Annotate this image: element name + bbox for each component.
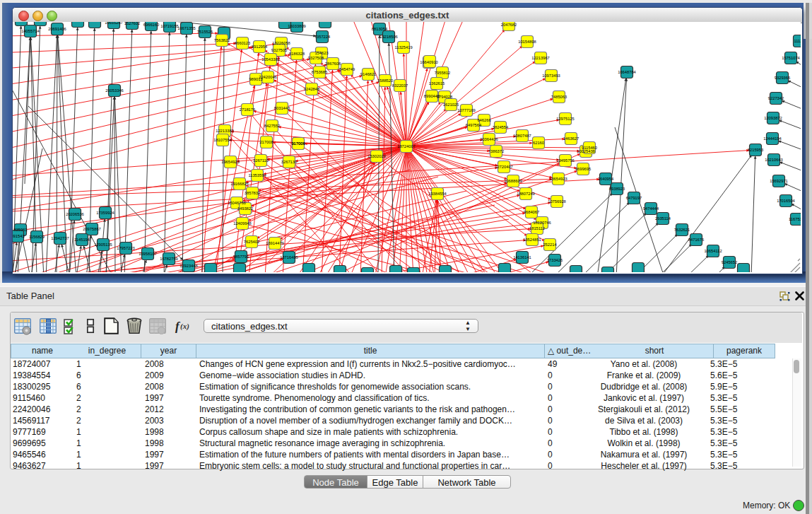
svg-text:19384554: 19384554 <box>428 192 447 196</box>
svg-text:7357224: 7357224 <box>314 35 331 39</box>
svg-text:8454749: 8454749 <box>339 67 355 71</box>
svg-text:2867608: 2867608 <box>325 62 341 66</box>
svg-text:1167531: 1167531 <box>789 217 801 221</box>
svg-text:18807249: 18807249 <box>517 192 535 196</box>
svg-text:8215953: 8215953 <box>748 148 763 152</box>
svg-text:17957223: 17957223 <box>117 246 135 250</box>
svg-text:15302023: 15302023 <box>367 154 386 158</box>
svg-text:3493822: 3493822 <box>237 206 253 211</box>
svg-text:3824554: 3824554 <box>493 125 509 129</box>
svg-text:16648784: 16648784 <box>618 70 636 74</box>
svg-text:7485063: 7485063 <box>551 95 567 99</box>
svg-text:11353594: 11353594 <box>248 173 266 177</box>
svg-text:217008: 217008 <box>259 140 273 144</box>
svg-text:12213383: 12213383 <box>216 129 234 133</box>
svg-text:10719155: 10719155 <box>160 24 179 28</box>
svg-text:7563822: 7563822 <box>214 38 230 42</box>
svg-text:9684067: 9684067 <box>524 210 539 214</box>
svg-text:10654112: 10654112 <box>704 249 722 253</box>
svg-text:8753685: 8753685 <box>312 70 327 74</box>
svg-text:835061: 835061 <box>13 228 27 232</box>
svg-text:1362615: 1362615 <box>429 81 445 86</box>
svg-text:1145194: 1145194 <box>74 238 90 242</box>
svg-text:154623: 154623 <box>314 51 328 55</box>
svg-text:917006: 917006 <box>291 141 305 146</box>
svg-text:12213967: 12213967 <box>531 56 550 60</box>
svg-text:20975867: 20975867 <box>83 227 101 231</box>
svg-text:11123: 11123 <box>794 39 801 43</box>
svg-text:17359924: 17359924 <box>96 211 114 215</box>
svg-text:(x): (x) <box>180 322 189 331</box>
svg-text:1733426: 1733426 <box>547 258 563 262</box>
svg-text:20364436: 20364436 <box>480 137 498 141</box>
svg-text:1156829: 1156829 <box>29 235 45 239</box>
svg-text:9327505: 9327505 <box>271 48 287 52</box>
svg-text:7515526: 7515526 <box>197 30 213 34</box>
svg-text:16782759: 16782759 <box>160 257 178 261</box>
svg-text:12905135: 12905135 <box>94 243 112 247</box>
svg-text:1640954: 1640954 <box>598 177 614 181</box>
svg-text:8186328: 8186328 <box>289 52 305 56</box>
svg-text:10154808: 10154808 <box>518 40 536 44</box>
svg-text:9327508: 9327508 <box>308 56 324 60</box>
svg-text:13654923: 13654923 <box>549 177 567 181</box>
svg-text:11325419: 11325419 <box>394 45 412 49</box>
svg-text:9245652: 9245652 <box>722 260 737 264</box>
svg-text:7386372: 7386372 <box>488 149 504 153</box>
svg-text:8813054: 8813054 <box>372 27 388 31</box>
svg-text:10210643: 10210643 <box>765 158 783 162</box>
svg-text:3857832: 3857832 <box>245 191 260 195</box>
svg-text:10756928: 10756928 <box>548 199 566 204</box>
svg-text:10543382: 10543382 <box>261 57 280 62</box>
svg-text:9474444: 9474444 <box>643 206 659 211</box>
svg-text:391543: 391543 <box>13 234 25 238</box>
svg-text:15751074: 15751074 <box>782 56 800 60</box>
svg-text:6966160: 6966160 <box>143 23 159 27</box>
svg-text:9242848: 9242848 <box>304 87 319 91</box>
svg-text:16914479: 16914479 <box>266 241 284 245</box>
svg-text:10688609: 10688609 <box>504 179 522 183</box>
svg-text:2935114: 2935114 <box>655 216 671 221</box>
svg-text:10807487: 10807487 <box>513 134 531 138</box>
svg-text:10777169: 10777169 <box>457 108 476 112</box>
svg-text:9329366: 9329366 <box>775 76 790 80</box>
svg-text:9146821: 9146821 <box>360 72 376 76</box>
svg-text:16671355: 16671355 <box>177 26 196 30</box>
svg-text:8031443: 8031443 <box>274 106 290 110</box>
svg-text:12720407: 12720407 <box>495 165 513 169</box>
svg-text:1621025: 1621025 <box>443 103 459 107</box>
svg-text:19166825: 19166825 <box>230 182 249 186</box>
svg-text:12409948: 12409948 <box>233 221 252 226</box>
svg-text:12923448: 12923448 <box>180 264 198 268</box>
svg-text:8427552: 8427552 <box>264 124 280 128</box>
svg-text:3267110: 3267110 <box>253 158 269 163</box>
svg-text:10655267: 10655267 <box>105 22 123 25</box>
svg-text:8660123: 8660123 <box>235 41 250 45</box>
svg-text:646266: 646266 <box>477 118 490 122</box>
svg-text:13716485: 13716485 <box>280 255 298 259</box>
svg-text:22420046: 22420046 <box>259 75 277 79</box>
svg-text:13495756: 13495756 <box>556 158 575 163</box>
svg-text:12975125: 12975125 <box>556 117 575 121</box>
svg-text:6497564: 6497564 <box>466 123 482 127</box>
svg-text:15692971: 15692971 <box>770 179 788 183</box>
svg-text:1463627: 1463627 <box>563 136 579 141</box>
svg-text:16640910: 16640910 <box>420 60 438 64</box>
svg-text:18724007: 18724007 <box>397 144 416 148</box>
svg-text:20691406: 20691406 <box>48 27 66 31</box>
svg-text:15046766: 15046766 <box>228 201 246 205</box>
svg-text:252214: 252214 <box>543 243 557 247</box>
svg-text:9115460: 9115460 <box>582 146 597 150</box>
svg-text:1527602: 1527602 <box>124 22 140 25</box>
svg-text:62160: 62160 <box>533 141 544 145</box>
svg-text:10958107: 10958107 <box>139 252 157 256</box>
svg-text:8912954: 8912954 <box>252 45 268 49</box>
svg-text:8471676: 8471676 <box>688 238 704 242</box>
svg-text:8938923: 8938923 <box>609 187 625 191</box>
svg-text:1588520: 1588520 <box>377 78 393 83</box>
svg-text:20206536: 20206536 <box>66 212 84 216</box>
svg-text:19654923: 19654923 <box>221 160 240 164</box>
svg-text:7625402: 7625402 <box>244 240 259 244</box>
svg-text:19218506: 19218506 <box>379 35 398 39</box>
svg-text:10973493: 10973493 <box>542 74 560 78</box>
